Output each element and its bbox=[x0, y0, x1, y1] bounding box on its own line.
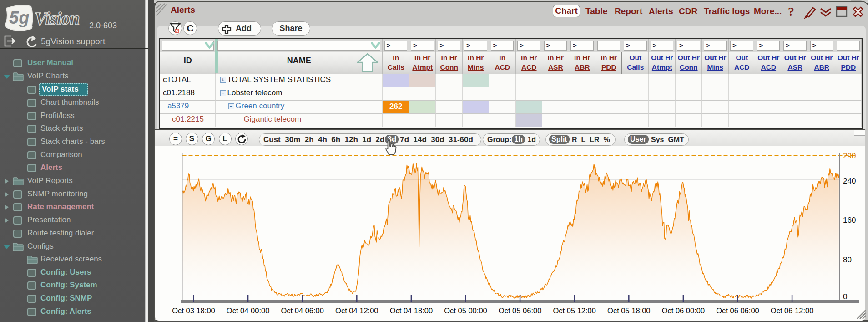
svg-text:Oct 04 12:00: Oct 04 12:00 bbox=[335, 307, 378, 315]
svg-text:Oct 04 06:00: Oct 04 06:00 bbox=[281, 307, 323, 315]
svg-text:240: 240 bbox=[843, 177, 856, 185]
svg-text:0: 0 bbox=[843, 292, 847, 301]
svg-text:Oct 06 12:00: Oct 06 12:00 bbox=[771, 307, 813, 315]
svg-text:Oct 05 06:00: Oct 05 06:00 bbox=[499, 307, 541, 315]
svg-text:?: ? bbox=[788, 5, 794, 19]
svg-text:Oct 04 00:00: Oct 04 00:00 bbox=[227, 307, 269, 315]
svg-text:Vision: Vision bbox=[35, 8, 80, 29]
svg-text:290: 290 bbox=[843, 152, 856, 160]
svg-text:Oct 05 18:00: Oct 05 18:00 bbox=[607, 307, 650, 315]
svg-text:160: 160 bbox=[843, 216, 856, 225]
svg-text:Oct 06 00:00: Oct 06 00:00 bbox=[662, 307, 705, 315]
svg-text:Oct 06 06:00: Oct 06 06:00 bbox=[716, 307, 759, 315]
svg-text:Oct 05 12:00: Oct 05 12:00 bbox=[553, 307, 595, 315]
svg-text:Oct 05 00:00: Oct 05 00:00 bbox=[444, 307, 487, 315]
svg-text:5g: 5g bbox=[9, 8, 29, 27]
svg-text:Oct 04 18:00: Oct 04 18:00 bbox=[390, 307, 433, 315]
svg-text:Oct 03 18:00: Oct 03 18:00 bbox=[172, 307, 215, 315]
svg-text:80: 80 bbox=[843, 256, 852, 264]
